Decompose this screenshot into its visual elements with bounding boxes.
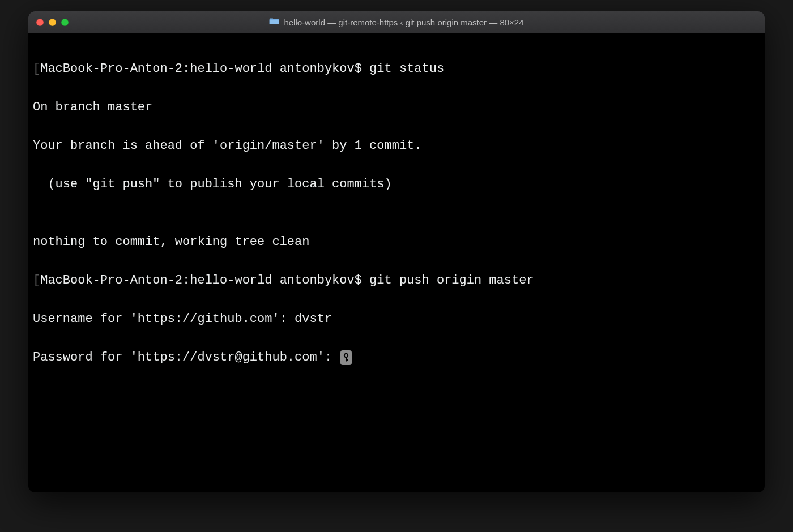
traffic-lights bbox=[36, 19, 69, 26]
terminal-line: Username for 'https://github.com': dvstr bbox=[33, 310, 760, 329]
window-title-group: hello-world — git-remote-https ‹ git pus… bbox=[28, 17, 765, 27]
shell-prompt: MacBook-Pro-Anton-2:hello-world antonbyk… bbox=[40, 62, 369, 76]
folder-icon bbox=[269, 17, 279, 27]
desktop-background: hello-world — git-remote-https ‹ git pus… bbox=[0, 0, 793, 532]
svg-point-0 bbox=[344, 354, 348, 357]
shell-prompt: MacBook-Pro-Anton-2:hello-world antonbyk… bbox=[40, 273, 369, 288]
terminal-line: [MacBook-Pro-Anton-2:hello-world antonby… bbox=[33, 59, 760, 79]
window-title: hello-world — git-remote-https ‹ git pus… bbox=[284, 18, 523, 27]
window-titlebar[interactable]: hello-world — git-remote-https ‹ git pus… bbox=[28, 11, 765, 33]
shell-command: git status bbox=[369, 62, 444, 76]
shell-command: git push origin master bbox=[369, 273, 534, 288]
terminal-line: On branch master bbox=[33, 98, 760, 117]
close-button[interactable] bbox=[36, 19, 44, 26]
zoom-button[interactable] bbox=[61, 19, 69, 26]
terminal-line: Your branch is ahead of 'origin/master' … bbox=[33, 136, 760, 156]
terminal-line: (use "git push" to publish your local co… bbox=[33, 175, 760, 194]
terminal-line: Password for 'https://dvstr@github.com': bbox=[33, 348, 760, 367]
minimize-button[interactable] bbox=[49, 19, 56, 26]
svg-rect-2 bbox=[346, 359, 348, 361]
terminal-window: hello-world — git-remote-https ‹ git pus… bbox=[28, 11, 765, 492]
terminal-output: [MacBook-Pro-Anton-2:hello-world antonby… bbox=[33, 40, 760, 406]
terminal-body[interactable]: [MacBook-Pro-Anton-2:hello-world antonby… bbox=[28, 33, 765, 492]
terminal-line: nothing to commit, working tree clean bbox=[33, 233, 760, 252]
password-prompt: Password for 'https://dvstr@github.com': bbox=[33, 350, 339, 364]
svg-rect-1 bbox=[346, 357, 347, 362]
key-icon bbox=[340, 350, 352, 365]
terminal-line: [MacBook-Pro-Anton-2:hello-world antonby… bbox=[33, 271, 760, 290]
